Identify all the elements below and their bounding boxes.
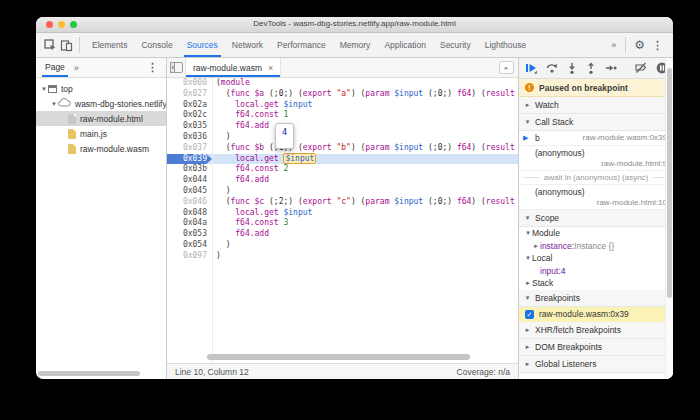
- expander-icon[interactable]: ▸: [524, 279, 532, 287]
- more-panels-button[interactable]: »: [607, 40, 620, 50]
- tree-item-main-js[interactable]: main.js: [36, 126, 166, 141]
- tab-console[interactable]: Console: [134, 33, 179, 57]
- line-address[interactable]: 0x045: [167, 186, 212, 197]
- section-dom-breakpoints[interactable]: ▸DOM Breakpoints: [519, 339, 673, 356]
- line-address[interactable]: 0x054: [167, 240, 212, 251]
- code-line[interactable]: 0x044 f64.add: [167, 175, 518, 186]
- scope-row-module[interactable]: ▾Module: [519, 227, 673, 240]
- step-into-icon[interactable]: [567, 62, 577, 74]
- line-address[interactable]: 0x03b: [167, 164, 212, 175]
- tab-performance[interactable]: Performance: [270, 33, 333, 57]
- tree-item-label: top: [61, 84, 73, 94]
- section-watch[interactable]: ▸Watch: [519, 97, 673, 114]
- line-address[interactable]: 0x02c: [167, 110, 212, 121]
- expander-icon[interactable]: ▾: [524, 254, 532, 262]
- code-line[interactable]: 0x04a f64.const 3: [167, 218, 518, 229]
- scope-row-instance[interactable]: ▸instance: Instance {}: [519, 240, 673, 253]
- line-address[interactable]: 0x039: [167, 154, 212, 165]
- code-line[interactable]: 0x02c f64.const 1: [167, 110, 518, 121]
- editor-tab-raw-module-wasm[interactable]: raw-module.wasm ×: [185, 58, 281, 77]
- code-line[interactable]: 0x053 f64.add: [167, 229, 518, 240]
- tab-elements[interactable]: Elements: [85, 33, 134, 57]
- line-address[interactable]: 0x036: [167, 132, 212, 143]
- tree-item-top[interactable]: ▾top: [36, 81, 166, 96]
- call-stack-frame[interactable]: (anonymous)raw-module.html:9: [519, 146, 673, 171]
- line-address[interactable]: 0x035: [167, 121, 212, 132]
- scope-row-input[interactable]: input: 4: [519, 265, 673, 278]
- navigator-menu-icon[interactable]: ⋮: [143, 61, 162, 74]
- code-line[interactable]: 0x03b f64.const 2: [167, 164, 518, 175]
- expander-icon[interactable]: ▾: [40, 85, 48, 93]
- code-line[interactable]: 0x046 (func $c (;2;) (export "c") (param…: [167, 197, 518, 208]
- navigator-more-tabs-button[interactable]: »: [70, 63, 83, 73]
- expander-icon[interactable]: ▾: [50, 100, 58, 108]
- resume-script-icon[interactable]: [525, 62, 537, 74]
- code-line-current[interactable]: 0x039 local.get $input: [167, 154, 518, 165]
- step-over-icon[interactable]: [546, 62, 558, 74]
- line-address[interactable]: 0x046: [167, 197, 212, 208]
- sidebar-scrollbar-thumb[interactable]: [667, 68, 672, 298]
- code-line[interactable]: 0x027 (func $a (;0;) (export "a") (param…: [167, 89, 518, 100]
- device-toolbar-icon[interactable]: [58, 37, 74, 53]
- tab-page[interactable]: Page: [40, 58, 70, 77]
- devtools-menu-icon[interactable]: ⋮: [648, 39, 667, 52]
- line-address[interactable]: 0x048: [167, 208, 212, 219]
- line-address[interactable]: 0x053: [167, 229, 212, 240]
- tab-security[interactable]: Security: [433, 33, 478, 57]
- step-out-icon[interactable]: [586, 62, 596, 74]
- line-address[interactable]: 0x037: [167, 143, 212, 154]
- section-xhr-breakpoints[interactable]: ▸XHR/fetch Breakpoints: [519, 322, 673, 339]
- deactivate-breakpoints-icon[interactable]: [635, 62, 647, 74]
- code-line[interactable]: 0x037 (func $b (;1;) (export "b") (param…: [167, 143, 518, 154]
- toggle-navigator-icon[interactable]: [167, 59, 185, 77]
- tab-lighthouse[interactable]: Lighthouse: [478, 33, 534, 57]
- expander-icon[interactable]: ▸: [532, 242, 540, 250]
- scope-row-local[interactable]: ▾Local: [519, 252, 673, 265]
- line-address[interactable]: 0x097: [167, 251, 212, 262]
- code-line[interactable]: 0x000(module: [167, 78, 518, 89]
- line-address[interactable]: 0x02a: [167, 100, 212, 111]
- section-scope[interactable]: ▾Scope: [519, 210, 673, 227]
- code-line[interactable]: 0x045 ): [167, 186, 518, 197]
- tree-item-label: raw-module.html: [80, 114, 143, 124]
- code-line[interactable]: 0x036 ): [167, 132, 518, 143]
- call-stack-frame[interactable]: (anonymous)raw-module.html:10: [519, 185, 673, 210]
- code-line[interactable]: 0x035 f64.add: [167, 121, 518, 132]
- navigator-horizontal-scrollbar[interactable]: [38, 371, 140, 376]
- code-line[interactable]: 0x097): [167, 251, 518, 262]
- tab-memory[interactable]: Memory: [333, 33, 378, 57]
- code-line[interactable]: 0x02a local.get $input: [167, 100, 518, 111]
- tab-sources[interactable]: Sources: [180, 33, 225, 57]
- expander-icon[interactable]: ▾: [524, 229, 532, 237]
- sidebar-scrollbar-track[interactable]: [665, 58, 673, 379]
- breakpoint-checkbox[interactable]: ✓: [525, 310, 534, 319]
- code-line[interactable]: 0x054 ): [167, 240, 518, 251]
- scope-row-stack[interactable]: ▸Stack: [519, 277, 673, 290]
- editor-horizontal-scrollbar[interactable]: [207, 354, 470, 360]
- tab-network[interactable]: Network: [225, 33, 270, 57]
- tree-item-raw-module-html[interactable]: raw-module.html: [36, 111, 166, 126]
- settings-gear-icon[interactable]: ⚙: [631, 38, 648, 52]
- paused-message: Paused on breakpoint: [539, 83, 628, 93]
- line-address[interactable]: 0x04a: [167, 218, 212, 229]
- hovered-variable[interactable]: $input: [283, 153, 316, 164]
- breakpoint-entry[interactable]: ✓ raw-module.wasm:0x39: [519, 307, 673, 322]
- line-address[interactable]: 0x000: [167, 78, 212, 89]
- tree-item-wasm-dbg-stories-netlify[interactable]: ▾wasm-dbg-stories.netlify: [36, 96, 166, 111]
- inspect-cursor-icon[interactable]: [42, 37, 58, 53]
- section-global-listeners[interactable]: ▸Global Listeners: [519, 356, 673, 373]
- devtools-window: DevTools - wasm-dbg-stories.netlify.app/…: [36, 17, 673, 379]
- tab-application[interactable]: Application: [377, 33, 433, 57]
- section-call-stack[interactable]: ▾Call Stack: [519, 114, 673, 131]
- line-address[interactable]: 0x027: [167, 89, 212, 100]
- code-line[interactable]: 0x048 local.get $input: [167, 208, 518, 219]
- source-code-viewer[interactable]: 0x000(module0x027 (func $a (;0;) (export…: [167, 78, 518, 363]
- call-stack-frame[interactable]: ▶braw-module.wasm:0x39: [519, 131, 673, 146]
- section-breakpoints[interactable]: ▾Breakpoints: [519, 290, 673, 307]
- tab-overflow-button[interactable]: ▸: [499, 61, 514, 74]
- tree-item-raw-module-wasm[interactable]: raw-module.wasm: [36, 141, 166, 156]
- line-address[interactable]: 0x044: [167, 175, 212, 186]
- close-tab-icon[interactable]: ×: [268, 63, 273, 73]
- breakpoint-label: raw-module.wasm:0x39: [539, 309, 629, 319]
- step-icon[interactable]: [605, 62, 617, 74]
